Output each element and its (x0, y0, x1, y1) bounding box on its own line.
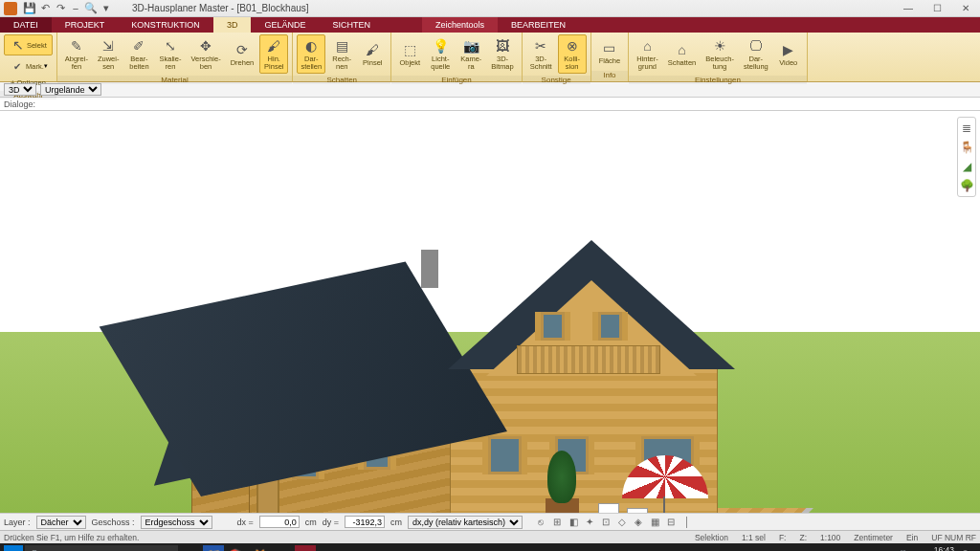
furniture-icon[interactable]: 🪑 (960, 141, 973, 154)
terrain-icon[interactable]: ◢ (960, 160, 973, 173)
geschoss-select[interactable]: Erdgeschoss (141, 516, 212, 529)
object-icon: ⬚ (401, 41, 418, 58)
verschieben-button[interactable]: ✥Verschie- ben (187, 34, 224, 74)
tab-file[interactable]: DATEI (0, 17, 52, 33)
scale-icon: ⤡ (162, 37, 179, 55)
tool-icon[interactable]: ▦ (648, 516, 661, 529)
mark-button[interactable]: ✔Mark.▾ (4, 55, 53, 77)
drehen-button[interactable]: ⟳Drehen (227, 38, 258, 70)
taskbar-search[interactable]: 🔍 Suchen (25, 545, 178, 551)
rotate-icon: ⟳ (234, 41, 251, 58)
ribbon-group-einstellungen: ⌂Hinter- grund ⌂Schatten ☀Beleuch- tung … (629, 33, 808, 81)
tab-gelaende[interactable]: GELÄNDE (251, 17, 319, 33)
taskbar-app-icon[interactable]: ⌂ (295, 545, 316, 551)
layer-context-select[interactable]: Urgelände (40, 83, 101, 96)
tool-icon[interactable]: ✦ (583, 516, 596, 529)
kollision-button[interactable]: ⊗Kolli- sion (558, 34, 587, 74)
task-view-icon[interactable]: ◩ (180, 545, 201, 551)
bearbeiten-button[interactable]: ✐Bear- beiten (124, 34, 153, 74)
start-button[interactable]: ⊞ (4, 545, 23, 551)
qat-redo-icon[interactable]: ↷ (54, 2, 67, 15)
quick-access-toolbar: 💾 ↶ ↷ − 🔍 ▾ (23, 2, 113, 15)
objekt-button[interactable]: ⬚Objekt (395, 38, 424, 70)
tool-icon[interactable]: ⎋ (534, 516, 547, 529)
dx-input[interactable] (259, 516, 300, 528)
tab-projekt[interactable]: PROJEKT (52, 17, 119, 33)
abgreifen-button[interactable]: ✎Abgrei- fen (61, 34, 92, 74)
3d-viewport[interactable]: ≣ 🪑 ◢ 🌳 (0, 111, 980, 513)
darstellen-button[interactable]: ◐Dar- stellen (297, 34, 325, 74)
status-z: Z: (799, 533, 807, 542)
group-label: Einfügen (391, 76, 521, 84)
edit-icon: ✐ (130, 37, 147, 55)
tool-icon[interactable]: ⊡ (599, 516, 612, 529)
zuweisen-button[interactable]: ⇲Zuwei- sen (94, 34, 123, 74)
geschoss-label: Geschoss : (92, 518, 135, 527)
selekt-button[interactable]: ↖Selekt (4, 34, 53, 55)
taskbar-clock[interactable]: 16:43 02.04.2024 (913, 545, 954, 551)
schnitt-button[interactable]: ✂3D- Schnitt (526, 34, 556, 74)
maximize-button[interactable]: ☐ (923, 0, 951, 17)
tab-bearbeiten[interactable]: BEARBEITEN (498, 17, 579, 33)
hin-pinsel-button[interactable]: 🖌Hin. Pinsel (259, 34, 288, 74)
status-unit: Zentimeter (854, 533, 893, 542)
tool-icon[interactable]: ⊞ (550, 516, 564, 529)
bitmap-icon: 🖼 (494, 37, 511, 55)
tool-icon[interactable]: ◇ (615, 516, 629, 529)
layer-label: Layer : (4, 518, 31, 527)
taskbar-app-icon[interactable]: 📁 (203, 545, 224, 551)
brush-icon: 🖌 (265, 37, 282, 55)
camera-icon: 📷 (462, 37, 479, 55)
bitmap-button[interactable]: 🖼3D- Bitmap (487, 34, 517, 74)
group-label: Sonstige (523, 76, 590, 84)
coord-mode-select[interactable]: dx,dy (relativ kartesisch) (408, 516, 523, 529)
qat-zoom-in-icon[interactable]: 🔍 (84, 2, 98, 15)
dy-input[interactable] (345, 516, 385, 528)
title-bar: 💾 ↶ ↷ − 🔍 ▾ 3D-Hausplaner Master - [B01_… (0, 0, 980, 17)
move-icon: ✥ (197, 37, 214, 55)
bg-icon: ⌂ (638, 37, 656, 55)
qat-save-icon[interactable]: 💾 (23, 2, 36, 15)
dialoge-bar: Dialoge: (0, 98, 980, 111)
view-select[interactable]: 3D (4, 83, 36, 96)
status-help: Drücken Sie F1, um Hilfe zu erhalten. (4, 533, 139, 542)
tab-konstruktion[interactable]: KONSTRUKTION (118, 17, 213, 33)
taskbar-app-icon[interactable]: ✉ (272, 545, 293, 551)
beleuchtung-button[interactable]: ☀Beleuch- tung (702, 34, 738, 74)
taskbar-app-icon[interactable]: 🦊 (249, 545, 270, 551)
eyedropper-icon: ✎ (68, 37, 85, 55)
lichtquelle-button[interactable]: 💡Licht- quelle (426, 34, 455, 74)
tab-3d[interactable]: 3D (213, 17, 252, 33)
schatten-set-button[interactable]: ⌂Schatten (664, 38, 701, 70)
tool-icon[interactable]: ⊟ (664, 516, 678, 529)
close-button[interactable]: ✕ (951, 0, 980, 17)
tool-icon[interactable]: ◈ (632, 516, 645, 529)
flaeche-button[interactable]: ▭Fläche (595, 36, 625, 68)
layer-select[interactable]: Dächer (36, 516, 86, 529)
rechnen-button[interactable]: ▤Rech- nen (327, 34, 356, 74)
tool-icon[interactable]: │ (680, 516, 694, 529)
qat-dropdown-icon[interactable]: ▾ (100, 2, 113, 15)
ribbon-group-info: ▭Fläche Info (591, 33, 630, 81)
qat-zoom-out-icon[interactable]: − (69, 2, 82, 15)
tool-icon[interactable]: ◧ (567, 516, 580, 529)
tree-icon[interactable]: 🌳 (960, 179, 973, 192)
hintergrund-button[interactable]: ⌂Hinter- grund (633, 34, 662, 74)
cut3d-icon: ✂ (532, 37, 549, 55)
layers-icon[interactable]: ≣ (960, 121, 973, 135)
minimize-button[interactable]: — (894, 0, 923, 17)
video-button[interactable]: ▶Video (774, 38, 803, 70)
pinsel-button[interactable]: 🖌Pinsel (358, 38, 387, 70)
status-caps: UF NUM RF (931, 533, 976, 542)
house-model (172, 221, 708, 513)
darstellung-button[interactable]: 🖵Dar- stellung (740, 34, 772, 74)
lighting-icon: ☀ (711, 37, 728, 55)
qat-undo-icon[interactable]: ↶ (38, 2, 52, 15)
kamera-button[interactable]: 📷Kame- ra (457, 34, 485, 74)
taskbar-app-icon[interactable]: 📚 (226, 545, 247, 551)
bottom-toolbar: Layer : Dächer Geschoss : Erdgeschoss dx… (0, 513, 980, 530)
skalieren-button[interactable]: ⤡Skalie- ren (155, 34, 185, 74)
tab-sichten[interactable]: SICHTEN (319, 17, 384, 33)
assign-icon: ⇲ (100, 37, 117, 55)
display-icon: 🖵 (747, 37, 765, 55)
